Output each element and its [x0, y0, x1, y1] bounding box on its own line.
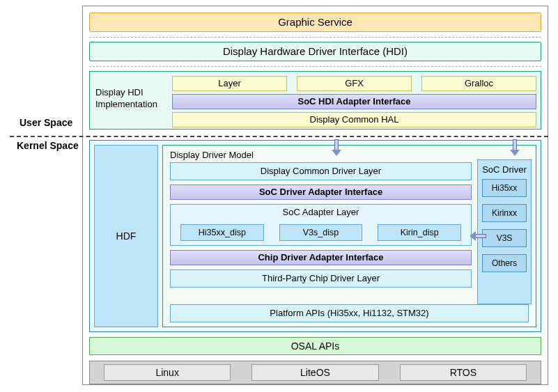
user-space-label: User Space	[20, 117, 72, 128]
os-row: Linux LiteOS RTOS	[89, 361, 541, 384]
kernel-space-label: Kernel Space	[17, 140, 79, 151]
soc-adapter-layer: SoC Adapter Layer Hi35xx_disp V3s_disp K…	[170, 204, 472, 246]
os-rtos: RTOS	[400, 364, 527, 381]
osal-apis: OSAL APIs	[89, 337, 541, 355]
third-party-chip-driver-layer: Third-Party Chip Driver Layer	[170, 269, 472, 288]
disp-kirin: Kirin_disp	[378, 224, 461, 241]
text: Display HDI	[95, 87, 144, 97]
soc-adapter-layer-label: SoC Adapter Layer	[171, 205, 471, 217]
hdi-module-gfx: GFX	[297, 76, 412, 91]
graphic-service-box: Graphic Service	[89, 13, 541, 32]
hdi-module-layer: Layer	[172, 76, 287, 91]
soc-chip-kirinxx: Kirinxx	[482, 204, 527, 222]
disp-v3s: V3s_disp	[279, 224, 363, 241]
space-divider	[10, 136, 548, 137]
text: Implementation	[95, 99, 157, 109]
chip-driver-adapter-interface: Chip Driver Adapter Interface	[170, 250, 472, 265]
display-common-hal: Display Common HAL	[172, 112, 536, 127]
arrow-down-icon	[332, 139, 341, 156]
hdf-box: HDF	[94, 145, 158, 327]
model-title: Display Driver Model	[170, 150, 254, 160]
soc-chip-v3s: V3S	[482, 229, 527, 247]
hdi-impl-label: Display HDI Implementation	[95, 87, 171, 111]
hdi-implementation-box: Display HDI Implementation Layer GFX Gra…	[89, 71, 541, 130]
display-hdi-box: Display Hardware Driver Interface (HDI)	[89, 42, 541, 61]
soc-chip-hi35xx: Hi35xx	[482, 179, 527, 197]
os-linux: Linux	[104, 364, 231, 381]
soc-driver-adapter-interface: SoC Driver Adapter Interface	[170, 185, 472, 200]
arrow-left-icon	[470, 231, 486, 241]
soc-chip-others: Others	[482, 254, 527, 272]
os-liteos: LiteOS	[251, 364, 378, 381]
arrow-down-icon	[510, 139, 520, 156]
soc-driver-title: SoC Driver	[482, 164, 527, 175]
hdi-module-gralloc: Gralloc	[421, 76, 536, 91]
display-common-driver-layer: Display Common Driver Layer	[170, 162, 472, 180]
dashed-separator	[89, 37, 541, 38]
soc-hdi-adapter-interface: SoC HDI Adapter Interface	[172, 94, 536, 109]
disp-hi35xx: Hi35xx_disp	[180, 224, 264, 241]
dashed-separator	[89, 66, 541, 67]
platform-apis: Platform APIs (Hi35xx, Hi1132, STM32)	[170, 304, 529, 322]
